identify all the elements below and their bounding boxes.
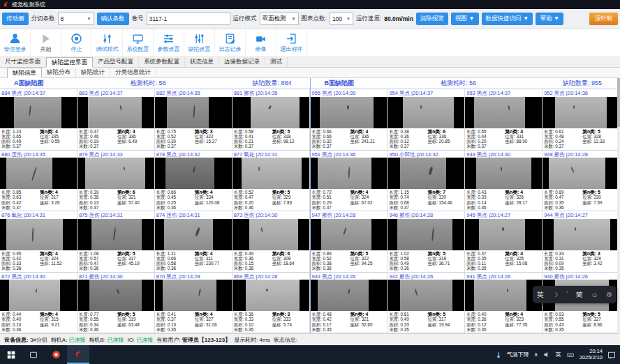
defect-image[interactable] [465, 219, 542, 250]
drive-side-button[interactable]: 传动侧 [2, 13, 29, 25]
parameter-settings-button[interactable]: 参数设置 [154, 29, 184, 56]
subtab-defect-statistics[interactable]: 缺陷统计 [76, 68, 110, 77]
defect-cell[interactable]: 953 黑点 |20:14:37长度: 0.55宽度: 0.44面积: 0.20… [465, 89, 542, 151]
start-button[interactable]: 开始 [31, 29, 61, 56]
defect-image[interactable] [388, 97, 464, 128]
defect-image[interactable] [155, 158, 232, 189]
defect-image[interactable] [0, 97, 77, 128]
defect-image[interactable] [0, 280, 77, 311]
input-language-indicator[interactable]: 英 [556, 351, 561, 358]
subtab-class-info-statistics[interactable]: 分类信息统计 [110, 68, 156, 77]
tab-defect-monitor[interactable]: 缺陷监控界面 [46, 57, 93, 68]
defect-cell[interactable]: 941 黑点 |20:14:26长度: 0.40宽度: 0.36面积: 0.12… [465, 273, 542, 334]
defect-cell[interactable]: 945 黑点 |20:14:27长度: 0.37宽度: 0.35面积: 0.11… [465, 211, 542, 273]
ime-simplified-toggle[interactable]: 简 [576, 290, 583, 300]
clear-alarm-button[interactable]: 清除报警 [416, 13, 448, 25]
defect-image[interactable] [155, 280, 232, 311]
ime-punctuation-toggle[interactable]: ’ [566, 291, 568, 298]
log-record-button[interactable]: 日志记录 [215, 29, 246, 56]
defect-image[interactable] [465, 97, 542, 128]
defect-image[interactable] [388, 280, 464, 311]
ime-settings-icon[interactable]: ⚙ [606, 291, 612, 298]
defect-cell[interactable]: 884 黑点 |20:14:37长度: 1.23宽度: 0.65面积: 0.49… [0, 89, 78, 151]
defect-cell[interactable]: 871 擦伤 |20:14:30长度: 0.77宽度: 0.55面积: 0.34… [78, 273, 155, 334]
browser-taskbar-button[interactable] [45, 345, 67, 364]
subtab-defect-info[interactable]: 缺陷信息 [7, 68, 42, 78]
defect-cell[interactable]: 943 黑点 |20:14:26长度: 0.48宽度: 0.42面积: 0.17… [311, 273, 388, 334]
action-center-icon[interactable] [607, 351, 616, 359]
stop-button[interactable]: 停止 [61, 29, 92, 56]
defect-cell[interactable]: 869 黑点 |20:14:28长度: 0.36宽度: 0.33面积: 0.10… [232, 273, 310, 334]
defect-cell[interactable]: 955 黑点 |20:14:39长度: 0.66宽度: 0.66面积: 0.32… [311, 89, 388, 151]
defect-cell[interactable]: 944 黑点 |20:14:27长度: 0.33宽度: 0.31面积: 0.09… [542, 211, 620, 273]
defect-cell[interactable]: 881 擦伤 |20:14:35长度: 0.58宽度: 0.41面积: 0.21… [232, 89, 310, 151]
defect-image[interactable] [542, 97, 619, 128]
defect-image[interactable] [311, 280, 388, 311]
tab-size-monitor[interactable]: 尺寸监控界面 [0, 57, 46, 67]
taskbar-clock[interactable]: 20:14 2025/2/10 [580, 349, 603, 361]
slit-count-select[interactable]: 8 ▼ [58, 13, 94, 25]
defect-cell[interactable]: 946 擦伤 |20:14:28长度: 1.02宽度: 0.58面积: 0.49… [388, 211, 465, 273]
defect-image[interactable] [155, 97, 232, 128]
defect-cell[interactable]: 882 黑点 |20:14:35长度: 0.75宽度: 0.52面积: 0.30… [155, 89, 232, 151]
exit-program-button[interactable]: 退出程序 [276, 29, 307, 56]
confirm-count-button[interactable]: 确认条数 [97, 13, 129, 25]
defect-image[interactable] [78, 280, 154, 311]
defect-cell[interactable]: 875 压伤 |20:14:31长度: 1.08宽度: 0.57面积: 0.47… [78, 211, 155, 273]
vision-app-taskbar-button[interactable] [67, 345, 89, 364]
defect-image[interactable] [78, 97, 154, 128]
ime-lang-toggle[interactable]: 英 [537, 290, 544, 300]
defect-image[interactable] [311, 219, 388, 250]
defect-settings-button[interactable]: 缺陷设置 [184, 29, 215, 56]
defect-image[interactable] [388, 219, 464, 250]
defect-cell[interactable]: 952 黑点 |20:14:36长度: 0.61宽度: 0.48面积: 0.24… [542, 89, 620, 151]
defect-cell[interactable]: 879 黑点 |20:14:33长度: 0.39宽度: 0.38面积: 0.13… [78, 151, 155, 212]
defect-image[interactable] [465, 158, 542, 189]
defect-image[interactable] [232, 280, 309, 311]
defect-cell[interactable]: 874 压伤 |20:14:31长度: 1.21宽度: 0.66面积: 0.58… [155, 211, 232, 273]
chart-points-select[interactable]: 100 ▼ [330, 13, 353, 25]
defect-cell[interactable]: 880 压伤 |20:14:35长度: 0.85宽度: 0.63面积: 0.42… [0, 151, 78, 212]
defect-cell[interactable]: 872 黑点 |20:14:30长度: 0.44宽度: 0.40面积: 0.16… [0, 273, 78, 334]
defect-image[interactable] [542, 158, 619, 189]
defect-cell[interactable]: 877 氧化 |20:14:31长度: 0.52宽度: 0.47面积: 0.20… [232, 151, 310, 212]
system-config-button[interactable]: 系统配置 [123, 29, 154, 56]
scrollbar-thumb[interactable] [617, 78, 620, 127]
help-menu-button[interactable]: 帮助 ▼ [536, 13, 563, 25]
defect-image[interactable] [465, 280, 542, 311]
roll-number-input[interactable]: 3117-1 [147, 13, 230, 25]
touch-keyboard-icon[interactable] [566, 351, 575, 358]
debug-mode-button[interactable]: 调试模式 [92, 29, 123, 56]
defect-image[interactable] [78, 158, 154, 189]
admin-login-button[interactable]: 管理登录 [0, 29, 31, 56]
tab-test[interactable]: 测试 [265, 57, 288, 67]
vertical-scrollbar[interactable] [617, 78, 620, 333]
tab-edge-data-record[interactable]: 边缘数据记录 [219, 57, 265, 67]
weather-text[interactable]: 气温下降 [507, 351, 529, 358]
defect-cell[interactable]: 870 黑点 |20:14:28长度: 0.41宽度: 0.37面积: 0.13… [155, 273, 232, 334]
defect-image[interactable] [388, 158, 464, 189]
data-quick-access-menu-button[interactable]: 数据快捷访问 ▼ [482, 13, 533, 25]
defect-image[interactable] [542, 219, 619, 250]
defect-image[interactable] [155, 219, 232, 250]
defect-image[interactable] [311, 158, 388, 189]
tray-expand-chevron[interactable]: ∧ [534, 351, 538, 358]
defect-cell[interactable]: 947 擦伤 |20:14:28长度: 0.89宽度: 0.52面积: 0.38… [311, 211, 388, 273]
defect-image[interactable] [232, 97, 309, 128]
defect-cell[interactable]: 878 黑点 |20:14:32长度: 0.66宽度: 0.45面积: 0.25… [155, 151, 232, 212]
defect-image[interactable] [232, 158, 309, 189]
run-mode-select[interactable]: 双面检测 ▼ [260, 13, 299, 25]
defect-cell[interactable]: 876 氧化 |20:14:31长度: 0.95宽度: 0.42面积: 0.33… [0, 211, 78, 273]
task-view-button[interactable] [22, 345, 45, 364]
ime-moon-icon[interactable]: ☽ [552, 291, 558, 298]
tab-system-param-config[interactable]: 系统参数配置 [139, 57, 185, 67]
defect-image[interactable] [0, 219, 77, 250]
defect-image[interactable] [0, 158, 77, 189]
tab-status-info[interactable]: 状态信息 [185, 57, 219, 67]
defect-cell[interactable]: 954 黑点 |20:14:37长度: 0.38宽度: 0.36面积: 0.12… [388, 89, 465, 151]
defect-cell[interactable]: 948 擦伤 |20:14:28长度: 0.89宽度: 0.47面积: 0.35… [542, 151, 620, 212]
subtab-defect-distribution[interactable]: 缺陷分布 [42, 68, 76, 77]
defect-cell[interactable]: 951 黑点 |20:14:36长度: 0.72宽度: 0.51面积: 0.29… [311, 151, 388, 212]
ime-emoji-icon[interactable]: ☺ [591, 291, 598, 298]
defect-image[interactable] [78, 219, 154, 250]
